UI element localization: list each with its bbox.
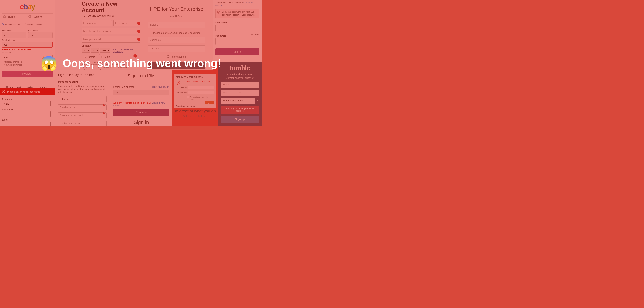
paypal-panel: Sign up for PayPal, it's free. Personal … (55, 70, 110, 126)
forgot-ibmid-link[interactable]: Forgot your IBMid? (151, 86, 170, 88)
fb-lastname-input[interactable] (113, 20, 140, 26)
mc-password-input[interactable] (215, 38, 259, 45)
pp-type: Personal Account (58, 81, 107, 83)
pp-title: Sign up for PayPal, it's free. (58, 73, 107, 77)
error-icon (2, 90, 5, 93)
fb-mobile-input[interactable] (82, 28, 140, 34)
checkmark-icon: ✓ (256, 98, 259, 103)
fb-password-input[interactable] (82, 36, 140, 42)
bday-year-select[interactable]: 1999 (100, 48, 110, 53)
mc-user-label: Username (215, 21, 259, 24)
headline-text: Oops, something went wrong! (62, 57, 221, 70)
mc-login-button[interactable]: Log In (215, 48, 259, 55)
warning-icon (137, 30, 140, 33)
country-select[interactable]: Ukraine (58, 96, 107, 102)
tb-password-input[interactable] (221, 90, 259, 96)
ibmid-input[interactable] (113, 90, 170, 95)
radio-personal[interactable]: Personal account (2, 23, 20, 26)
mx-login-input[interactable] (188, 86, 214, 89)
hpe-subtitle: Your IT Store (140, 15, 213, 17)
fb-title: Create a New Account (82, 0, 140, 13)
email-error: Please enter your email address. (2, 48, 53, 51)
ms-signin-title: Sign in (113, 119, 170, 125)
alert-icon (103, 104, 105, 106)
label-password: Password (2, 52, 53, 54)
lastname-input[interactable] (28, 32, 53, 38)
scream-emoji-icon: 😱 (40, 55, 58, 71)
bday-month-select[interactable]: Jul (82, 48, 90, 53)
label-lastname: Last name (28, 29, 53, 32)
mc-username-input[interactable] (215, 25, 259, 31)
tb-email-input[interactable] (221, 82, 259, 88)
show-password-toggle[interactable]: 👁Show (251, 33, 259, 36)
bday-label: Birthday (82, 44, 140, 47)
radio-business[interactable]: Business account (25, 23, 43, 26)
label-email: Email address (2, 39, 53, 41)
mx-forgot-link[interactable]: Forgot your password? (176, 105, 196, 107)
tb-error: You forgot to enter your email address! (221, 106, 259, 114)
fb-firstname-input[interactable] (82, 20, 112, 26)
email-input[interactable] (2, 42, 53, 47)
mailchimp-panel: Need a MailChimp account? Create an acco… (213, 0, 262, 62)
continue-button[interactable]: Continue (113, 109, 170, 116)
mx-signin-button[interactable]: Sign In (205, 101, 214, 104)
mx-password-input[interactable] (188, 91, 214, 94)
tab-register[interactable]: Register (27, 13, 53, 20)
ebay-logo: ebay (2, 2, 53, 11)
media-express-panel: SIGN IN TO MEDIA EXPRESS Login or passwo… (174, 74, 216, 108)
error-banner: Please enter your last name (0, 88, 55, 95)
mx-title: SIGN IN TO MEDIA EXPRESS (176, 76, 214, 78)
hpe-password-input[interactable] (148, 45, 205, 52)
ibm-panel: Sign in to IBM Enter IBMid or emailForgo… (110, 70, 172, 126)
tumblr-tagline: Come for what you love.Stay for what you… (221, 73, 259, 80)
low-lastname-input[interactable] (2, 111, 51, 117)
ibm-error: We didn't recognize this IBMid or email.… (113, 102, 170, 107)
hpe-title: HPE for Your Enterprise (140, 6, 213, 12)
hpe-instruction: Please enter your email address & passwo… (140, 32, 213, 34)
pp-confirm-input[interactable] (58, 121, 107, 126)
headline: 😱 Oops, something went wrong! (40, 55, 221, 71)
eye-icon: 👁 (251, 33, 253, 36)
pp-email-input[interactable] (58, 104, 107, 110)
arrow-icon (3, 15, 6, 18)
mc-alert: Sorry, that password isn't right. We can… (215, 9, 259, 18)
bday-day-select[interactable]: 16 (91, 48, 99, 53)
mx-error: Login or password is incorrect. Please t… (176, 81, 214, 85)
tumblr-logo: tumblr. (221, 64, 259, 72)
label-firstname: First name (2, 29, 26, 32)
recover-password-link[interactable]: recover your password (234, 14, 256, 16)
tab-signin[interactable]: Sign in (2, 13, 27, 20)
hpe-username-input[interactable] (148, 37, 205, 43)
alert-icon (103, 112, 105, 114)
tb-username-input[interactable] (221, 98, 255, 104)
ibm-title: Sign in to IBM (113, 73, 170, 79)
warning-icon (137, 38, 140, 41)
fb-subtitle: It's free and always will be. (82, 14, 140, 17)
mc-pw-label: Password (215, 34, 226, 37)
prohibit-icon (217, 10, 220, 13)
firstname-input[interactable] (2, 32, 26, 38)
mc-need: Need a MailChimp account? Create an acco… (215, 1, 259, 6)
chevron-down-icon: ⌄ (201, 23, 203, 26)
pp-desc: Shop around the world from your computer… (58, 85, 107, 94)
warning-icon (137, 22, 140, 25)
tumblr-panel: tumblr. Come for what you love.Stay for … (218, 62, 262, 126)
low-firstname-input[interactable] (2, 101, 51, 107)
hpe-dropdown[interactable]: Default⌄ (148, 22, 205, 28)
mx-remember-checkbox[interactable] (187, 96, 189, 98)
password-input[interactable]: ●●● (4, 56, 9, 59)
low-email-input[interactable] (2, 122, 51, 126)
register-button[interactable]: Register (2, 71, 53, 77)
pp-password-input[interactable] (58, 113, 107, 118)
tb-signup-button[interactable]: Sign up (221, 116, 259, 123)
plus-icon (28, 15, 31, 18)
why-birthday-link[interactable]: Why do I need to provide my birthday? (113, 48, 135, 53)
begreat-panel: Be great at what you do Get started - it… (170, 109, 220, 117)
